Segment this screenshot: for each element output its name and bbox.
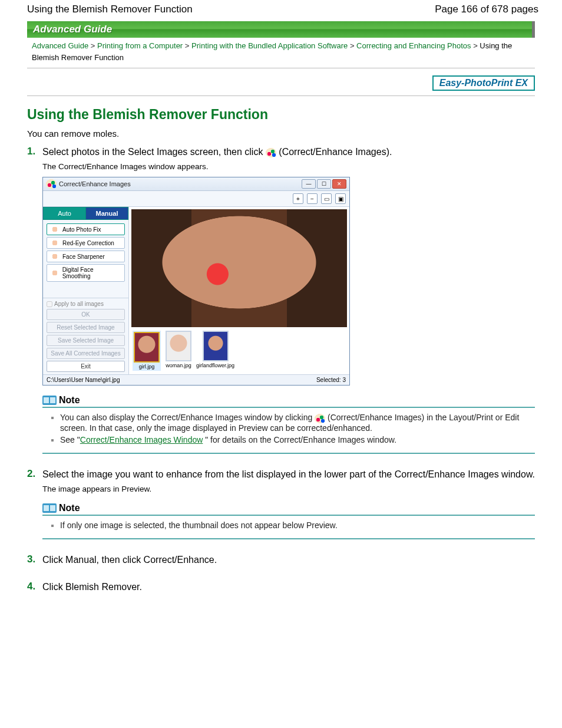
- apply-all-checkbox[interactable]: Apply to all images: [47, 301, 125, 307]
- page-title: Using the Blemish Remover Function: [27, 107, 535, 123]
- intro-text: You can remove moles.: [27, 129, 535, 139]
- thumbnail-label: woman.jpg: [166, 363, 191, 368]
- close-button[interactable]: ✕: [332, 179, 346, 189]
- face-icon: [49, 253, 60, 260]
- tool-label: Auto Photo Fix: [62, 226, 101, 233]
- breadcrumb-sep: >: [350, 41, 355, 50]
- note-list: If only one image is selected, the thumb…: [42, 521, 535, 539]
- zoom-out-icon[interactable]: −: [307, 193, 318, 204]
- note-item: If only one image is selected, the thumb…: [60, 521, 535, 530]
- breadcrumb-link[interactable]: Printing with the Bundled Application So…: [191, 41, 348, 50]
- step-title: Click Manual, then click Correct/Enhance…: [42, 554, 535, 566]
- step-title: Select the image you want to enhance fro…: [42, 468, 535, 481]
- save-selected-button[interactable]: Save Selected Image: [47, 335, 125, 346]
- step-text: (Correct/Enhance Images).: [276, 147, 392, 157]
- breadcrumb-link[interactable]: Printing from a Computer: [97, 41, 183, 50]
- step-title: Select photos in the Select Images scree…: [42, 146, 535, 159]
- breadcrumb-sep: >: [473, 41, 478, 50]
- note-list: You can also display the Correct/Enhance…: [42, 413, 535, 453]
- tool-label: Face Sharpener: [62, 253, 105, 260]
- page-indicator: Page 166 of 678 pages: [435, 4, 538, 15]
- app-window-screenshot: Correct/Enhance Images — ☐ ✕ + − ▭: [42, 177, 350, 386]
- correct-enhance-icon: [266, 148, 276, 157]
- face-icon: [49, 226, 60, 233]
- link-correct-enhance-window[interactable]: Correct/Enhance Images Window: [80, 435, 203, 444]
- face-icon: [49, 269, 60, 276]
- breadcrumb-link[interactable]: Correcting and Enhancing Photos: [356, 41, 471, 50]
- thumbnail-image: [134, 332, 160, 363]
- tool-face-sharpener[interactable]: Face Sharpener: [47, 251, 125, 262]
- product-badge: Easy-PhotoPrint EX: [432, 75, 535, 91]
- note-text: You can also display the Correct/Enhance…: [60, 413, 315, 422]
- checkbox-label: Apply to all images: [54, 301, 104, 307]
- tool-label: Digital Face Smoothing: [62, 266, 122, 279]
- step-number: 2.: [27, 468, 42, 539]
- breadcrumb: Advanced Guide > Printing from a Compute…: [27, 38, 535, 68]
- guide-banner: Advanced Guide: [27, 21, 535, 38]
- thumbnail-label: girl.jpg: [139, 364, 155, 370]
- note-label: Note: [59, 503, 80, 513]
- thumbnail[interactable]: girlandflower.jpg: [196, 331, 234, 368]
- note-text: See ": [60, 435, 80, 444]
- tab-auto[interactable]: Auto: [43, 207, 85, 220]
- reset-button[interactable]: Reset Selected Image: [47, 322, 125, 333]
- minimize-button[interactable]: —: [302, 179, 316, 189]
- thumbnail-image: [166, 331, 191, 361]
- step-number: 3.: [27, 554, 42, 566]
- window-title: Correct/Enhance Images: [59, 180, 131, 187]
- exit-button[interactable]: Exit: [47, 361, 125, 372]
- step-number: 1.: [27, 146, 42, 454]
- save-all-button[interactable]: Save All Corrected Images: [47, 348, 125, 359]
- thumbnail-label: girlandflower.jpg: [196, 363, 234, 368]
- tool-face-smoothing[interactable]: Digital Face Smoothing: [47, 264, 125, 282]
- fit-icon[interactable]: ▭: [321, 193, 332, 204]
- thumbnail-image: [203, 331, 229, 361]
- tool-auto-photo-fix[interactable]: Auto Photo Fix: [47, 223, 125, 235]
- tab-manual[interactable]: Manual: [85, 207, 128, 220]
- status-path: C:\Users\User Name\girl.jpg: [47, 377, 120, 383]
- ok-button[interactable]: OK: [47, 309, 125, 320]
- thumbnail[interactable]: woman.jpg: [166, 331, 191, 368]
- breadcrumb-sep: >: [185, 41, 190, 50]
- checkbox-input[interactable]: [47, 301, 52, 307]
- app-icon: [46, 179, 57, 189]
- preview-image: [131, 209, 347, 327]
- maximize-button[interactable]: ☐: [317, 179, 331, 189]
- status-selected: Selected: 3: [316, 377, 346, 383]
- step-sub: The Correct/Enhance Images window appear…: [42, 162, 535, 171]
- note-icon: [42, 503, 57, 513]
- step-title: Click Blemish Remover.: [42, 581, 535, 594]
- tool-label: Red-Eye Correction: [62, 240, 114, 246]
- note-text: " for details on the Correct/Enhance Ima…: [203, 435, 396, 444]
- note-icon: [42, 396, 57, 405]
- tool-red-eye[interactable]: Red-Eye Correction: [47, 237, 125, 249]
- note-label: Note: [59, 395, 80, 406]
- step-number: 4.: [27, 581, 42, 594]
- note-item: See "Correct/Enhance Images Window " for…: [60, 435, 535, 444]
- step-text: Select photos in the Select Images scree…: [42, 147, 266, 157]
- doc-title: Using the Blemish Remover Function: [27, 4, 193, 15]
- eye-icon: [49, 239, 60, 246]
- note-item: You can also display the Correct/Enhance…: [60, 413, 535, 432]
- fullscreen-icon[interactable]: ▣: [335, 193, 346, 204]
- zoom-in-icon[interactable]: +: [293, 193, 303, 204]
- step-sub: The image appears in Preview.: [42, 485, 535, 493]
- breadcrumb-sep: >: [91, 41, 95, 50]
- thumbnail[interactable]: girl.jpg: [133, 331, 161, 371]
- correct-enhance-icon: [315, 414, 325, 423]
- breadcrumb-link[interactable]: Advanced Guide: [32, 41, 88, 50]
